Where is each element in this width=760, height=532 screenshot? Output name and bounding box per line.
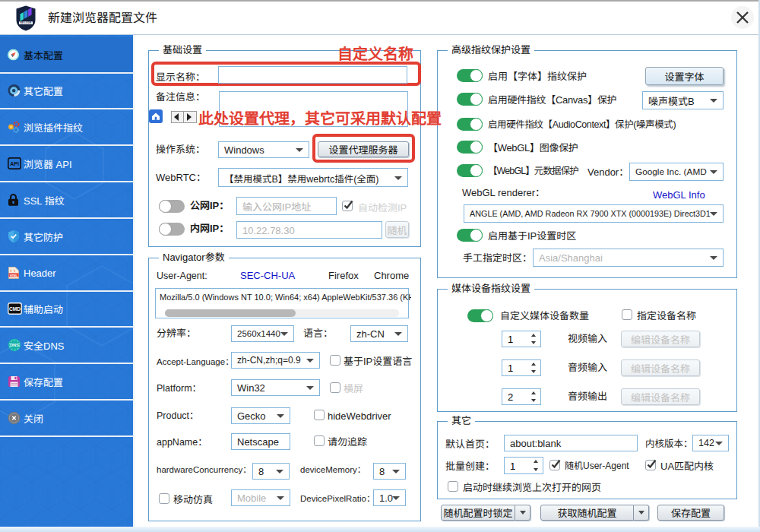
svg-text:HTML: HTML (10, 274, 18, 277)
svg-text:CMD: CMD (9, 306, 21, 312)
svg-text:DNS: DNS (10, 344, 19, 348)
svg-text:MB LOGIN: MB LOGIN (20, 21, 31, 24)
svg-text:API: API (10, 161, 19, 166)
